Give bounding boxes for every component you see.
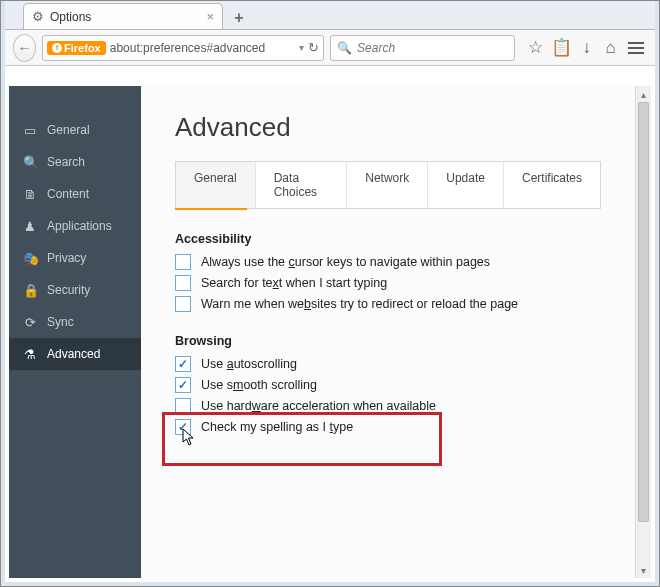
- search-icon: 🔍: [337, 41, 352, 55]
- menu-button[interactable]: [626, 37, 647, 59]
- advanced-icon: ⚗: [23, 347, 37, 362]
- preferences-sidebar: ▭General🔍Search🗎Content♟Applications🎭Pri…: [9, 86, 141, 578]
- subtab-data-choices[interactable]: Data Choices: [256, 162, 348, 208]
- browsing-option: Use smooth scrolling: [175, 377, 601, 393]
- section-title-accessibility: Accessibility: [175, 232, 601, 246]
- privacy-icon: 🎭: [23, 251, 37, 266]
- firefox-icon: f: [52, 43, 62, 53]
- sidebar-item-security[interactable]: 🔒Security: [9, 274, 141, 306]
- sidebar-item-advanced[interactable]: ⚗Advanced: [9, 338, 141, 370]
- section-browsing: Browsing Use autoscrollingUse smooth scr…: [175, 334, 601, 435]
- nav-toolbar: ← f Firefox about:preferences#advanced ▾…: [5, 30, 655, 66]
- sidebar-item-label: Applications: [47, 219, 112, 233]
- accessibility-option: Always use the cursor keys to navigate w…: [175, 254, 601, 270]
- option-label: Use autoscrolling: [201, 357, 297, 371]
- checkbox[interactable]: [175, 398, 191, 414]
- clipboard-icon[interactable]: 📋: [551, 37, 572, 58]
- sidebar-item-general[interactable]: ▭General: [9, 114, 141, 146]
- option-label: Check my spelling as I type: [201, 420, 353, 434]
- new-tab-button[interactable]: +: [227, 7, 251, 29]
- sidebar-item-label: Content: [47, 187, 89, 201]
- applications-icon: ♟: [23, 219, 37, 234]
- url-bar[interactable]: f Firefox about:preferences#advanced ▾ ↻: [42, 35, 324, 61]
- security-icon: 🔒: [23, 283, 37, 298]
- option-label: Search for text when I start typing: [201, 276, 387, 290]
- sidebar-item-content[interactable]: 🗎Content: [9, 178, 141, 210]
- accessibility-option: Warn me when websites try to redirect or…: [175, 296, 601, 312]
- subtab-network[interactable]: Network: [347, 162, 428, 208]
- sidebar-item-label: Search: [47, 155, 85, 169]
- preferences-panel: Advanced GeneralData ChoicesNetworkUpdat…: [141, 86, 635, 578]
- subtab-general[interactable]: General: [176, 162, 256, 208]
- search-bar[interactable]: 🔍: [330, 35, 515, 61]
- checkbox[interactable]: [175, 419, 191, 435]
- option-label: Always use the cursor keys to navigate w…: [201, 255, 490, 269]
- back-button[interactable]: ←: [13, 34, 36, 62]
- sidebar-item-sync[interactable]: ⟳Sync: [9, 306, 141, 338]
- active-tab-underline: [175, 208, 247, 210]
- checkbox[interactable]: [175, 254, 191, 270]
- sidebar-item-label: General: [47, 123, 90, 137]
- scrollbar-thumb[interactable]: [638, 102, 649, 522]
- option-label: Use hardware acceleration when available: [201, 399, 436, 413]
- reload-icon[interactable]: ↻: [308, 40, 319, 55]
- section-title-browsing: Browsing: [175, 334, 601, 348]
- tab-close-icon[interactable]: ×: [206, 9, 214, 24]
- sidebar-item-label: Advanced: [47, 347, 100, 361]
- search-icon: 🔍: [23, 155, 37, 170]
- sidebar-item-applications[interactable]: ♟Applications: [9, 210, 141, 242]
- general-icon: ▭: [23, 123, 37, 138]
- bookmark-star-icon[interactable]: ☆: [527, 37, 545, 58]
- urlbar-dropdown-icon[interactable]: ▾: [299, 42, 304, 53]
- vertical-scrollbar[interactable]: ▴ ▾: [635, 86, 651, 578]
- checkbox[interactable]: [175, 356, 191, 372]
- option-label: Warn me when websites try to redirect or…: [201, 297, 518, 311]
- subtab-certificates[interactable]: Certificates: [504, 162, 600, 208]
- sidebar-item-privacy[interactable]: 🎭Privacy: [9, 242, 141, 274]
- sidebar-item-search[interactable]: 🔍Search: [9, 146, 141, 178]
- scroll-up-icon[interactable]: ▴: [636, 86, 651, 102]
- identity-badge: f Firefox: [47, 41, 106, 55]
- scroll-down-icon[interactable]: ▾: [636, 562, 651, 578]
- home-icon[interactable]: ⌂: [602, 38, 620, 58]
- browser-tab-options[interactable]: ⚙ Options ×: [23, 3, 223, 29]
- sidebar-item-label: Privacy: [47, 251, 86, 265]
- tab-strip: ⚙ Options × +: [5, 1, 655, 30]
- advanced-subtabs: GeneralData ChoicesNetworkUpdateCertific…: [175, 161, 601, 209]
- section-accessibility: Accessibility Always use the cursor keys…: [175, 232, 601, 312]
- browsing-option: Use autoscrolling: [175, 356, 601, 372]
- checkbox[interactable]: [175, 296, 191, 312]
- page-title: Advanced: [175, 112, 601, 143]
- content-icon: 🗎: [23, 187, 37, 202]
- gear-icon: ⚙: [32, 9, 44, 24]
- sidebar-item-label: Sync: [47, 315, 74, 329]
- search-input[interactable]: [357, 41, 508, 55]
- sidebar-item-label: Security: [47, 283, 90, 297]
- tab-title: Options: [50, 10, 91, 24]
- option-label: Use smooth scrolling: [201, 378, 317, 392]
- subtab-update[interactable]: Update: [428, 162, 504, 208]
- url-text: about:preferences#advanced: [110, 41, 295, 55]
- browsing-option: Check my spelling as I type: [175, 419, 601, 435]
- downloads-icon[interactable]: ↓: [578, 38, 596, 58]
- browsing-option: Use hardware acceleration when available: [175, 398, 601, 414]
- checkbox[interactable]: [175, 275, 191, 291]
- checkbox[interactable]: [175, 377, 191, 393]
- sync-icon: ⟳: [23, 315, 37, 330]
- accessibility-option: Search for text when I start typing: [175, 275, 601, 291]
